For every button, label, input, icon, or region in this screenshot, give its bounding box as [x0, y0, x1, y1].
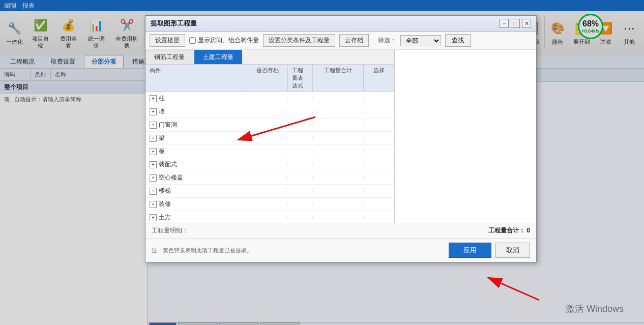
cell-stored-7 [247, 189, 288, 193]
expand-btn-5[interactable]: + [150, 161, 157, 168]
amount-detail-label: 工程量明细： [152, 226, 188, 235]
cell-expr-2 [288, 123, 313, 127]
dialog-table-body: +柱 +墙 +门窗洞 [145, 92, 394, 223]
cell-stored-9 [247, 216, 288, 220]
dialog-footer: 注：黄色背景表明此项工程量已被提取。 应用 取消 [145, 238, 536, 262]
dialog-subtabs: 钢筋工程量 土建工程量 [145, 50, 394, 65]
cell-expr-7 [288, 189, 313, 193]
apply-button[interactable]: 应用 [449, 243, 491, 258]
find-btn[interactable]: 查找 [445, 34, 471, 47]
col-header-total: 工程量合计 [313, 65, 364, 92]
cell-total-7 [313, 189, 364, 193]
cell-expr-3 [288, 136, 313, 140]
amount-total-value: 0 [526, 227, 530, 234]
expand-btn-0[interactable]: + [150, 95, 157, 102]
cell-stored-4 [247, 150, 288, 154]
dialog-toolbar: 设置楼层 显示房间、组合构件量 设置分类条件及工程量 云存档 筛选： 全部 查找 [145, 32, 536, 50]
col-header-expr: 工程量表达式 [288, 65, 313, 92]
table-row[interactable]: +墙 [145, 105, 394, 119]
cell-component-3: +梁 [145, 132, 247, 144]
row-name-5: 装配式 [159, 160, 177, 169]
show-room-label: 显示房间、组合构件量 [198, 36, 259, 45]
cell-total-9 [313, 216, 364, 220]
filter-select[interactable]: 全部 [400, 35, 441, 46]
cell-total-2 [313, 123, 364, 127]
dialog-maximize-btn[interactable]: □ [511, 19, 520, 28]
cell-expr-1 [288, 110, 313, 114]
cell-component-8: +装修 [145, 198, 247, 211]
cloud-save-btn[interactable]: 云存档 [339, 34, 369, 47]
cell-component-5: +装配式 [145, 158, 247, 171]
table-row[interactable]: +梁 [145, 132, 394, 145]
expand-btn-9[interactable]: + [150, 214, 157, 221]
cell-select-0 [364, 97, 394, 101]
cell-stored-0 [247, 97, 288, 101]
expand-btn-8[interactable]: + [150, 201, 157, 208]
cell-expr-8 [288, 202, 313, 206]
expand-btn-6[interactable]: + [150, 174, 157, 182]
cell-select-4 [364, 150, 394, 154]
cell-stored-8 [247, 202, 288, 206]
table-row[interactable]: +门窗洞 [145, 119, 394, 132]
table-row[interactable]: +柱 [145, 92, 394, 105]
expand-btn-1[interactable]: + [150, 108, 157, 115]
cell-expr-6 [288, 176, 313, 180]
table-row[interactable]: +楼梯 [145, 185, 394, 198]
table-row[interactable]: +装配式 [145, 158, 394, 171]
cell-stored-5 [247, 163, 288, 167]
set-floor-btn[interactable]: 设置楼层 [150, 34, 185, 47]
table-row[interactable]: +土方 [145, 211, 394, 223]
subtab-civil[interactable]: 土建工程量 [194, 50, 242, 64]
dialog-table-header: 构件 是否存档 工程量表达式 工程量合计 选择 [145, 65, 394, 92]
cell-expr-9 [288, 216, 313, 220]
cell-stored-1 [247, 110, 288, 114]
expand-btn-7[interactable]: + [150, 188, 157, 195]
cell-component-7: +楼梯 [145, 185, 247, 197]
dialog-right-panel [395, 50, 536, 223]
table-row[interactable]: +板 [145, 145, 394, 158]
show-room-checkbox[interactable] [189, 37, 196, 44]
cell-component-2: +门窗洞 [145, 119, 247, 131]
row-name-2: 门窗洞 [159, 121, 177, 129]
cell-select-6 [364, 176, 394, 180]
dialog-left-panel: 钢筋工程量 土建工程量 构件 是否存档 工程量表达式 工程量合计 选择 +柱 [145, 50, 395, 223]
row-name-9: 土方 [159, 213, 171, 222]
cell-total-5 [313, 163, 364, 167]
cell-select-7 [364, 189, 394, 193]
cell-component-0: +柱 [145, 92, 247, 105]
dialog-note: 注：黄色背景表明此项工程量已被提取。 [152, 247, 252, 254]
expand-btn-3[interactable]: + [150, 135, 157, 142]
col-header-component: 构件 [145, 65, 247, 92]
dialog-title-bar: 提取图形工程量 － □ ✕ [145, 16, 536, 32]
expand-btn-4[interactable]: + [150, 148, 157, 155]
dialog-minimize-btn[interactable]: － [500, 19, 509, 28]
cell-total-0 [313, 97, 364, 101]
row-name-7: 楼梯 [159, 187, 171, 195]
cancel-button[interactable]: 取消 [495, 243, 530, 258]
set-classify-btn[interactable]: 设置分类条件及工程量 [263, 34, 335, 47]
cell-select-8 [364, 202, 394, 206]
dialog-close-btn[interactable]: ✕ [522, 19, 531, 28]
row-name-0: 柱 [159, 94, 165, 103]
cell-select-2 [364, 123, 394, 127]
dialog-content: 钢筋工程量 土建工程量 构件 是否存档 工程量表达式 工程量合计 选择 +柱 [145, 50, 536, 223]
cell-component-4: +板 [145, 145, 247, 158]
table-row[interactable]: +装修 [145, 198, 394, 211]
cell-select-1 [364, 110, 394, 114]
cell-total-6 [313, 176, 364, 180]
dialog-controls: － □ ✕ [500, 19, 531, 28]
table-row[interactable]: +空心楼盖 [145, 171, 394, 185]
subtab-rebar[interactable]: 钢筋工程量 [145, 50, 193, 64]
cell-expr-4 [288, 150, 313, 154]
cell-stored-6 [247, 176, 288, 180]
col-header-select: 选择 [364, 65, 394, 92]
extract-dialog: 提取图形工程量 － □ ✕ 设置楼层 显示房间、组合构件量 设置分类条件及工程量… [145, 15, 537, 262]
cell-stored-3 [247, 136, 288, 140]
cell-total-1 [313, 110, 364, 114]
show-room-checkbox-label[interactable]: 显示房间、组合构件量 [189, 36, 259, 45]
expand-btn-2[interactable]: + [150, 122, 157, 129]
cell-component-6: +空心楼盖 [145, 171, 247, 184]
amount-total-label: 工程量合计： [488, 227, 525, 234]
cell-component-9: +土方 [145, 211, 247, 223]
row-name-1: 墙 [159, 107, 165, 116]
